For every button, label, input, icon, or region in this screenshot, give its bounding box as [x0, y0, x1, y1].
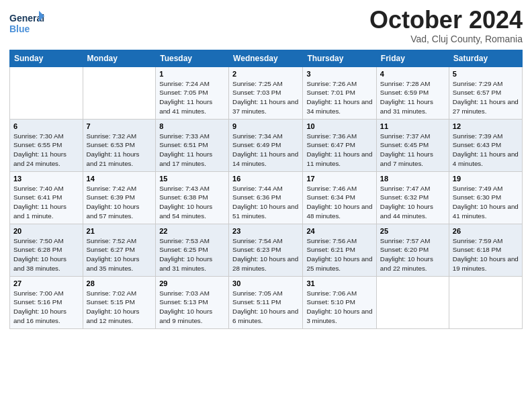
day-detail: Sunrise: 7:46 AMSunset: 6:34 PMDaylight:… — [306, 184, 372, 221]
day-cell: 25Sunrise: 7:57 AMSunset: 6:20 PMDayligh… — [376, 224, 449, 276]
day-cell: 30Sunrise: 7:05 AMSunset: 5:11 PMDayligh… — [229, 276, 303, 328]
day-number: 1 — [159, 70, 225, 78]
header-wednesday: Wednesday — [229, 50, 303, 66]
day-cell: 5Sunrise: 7:29 AMSunset: 6:57 PMDaylight… — [449, 66, 522, 119]
day-cell: 14Sunrise: 7:42 AMSunset: 6:39 PMDayligh… — [83, 171, 156, 224]
day-number: 17 — [306, 175, 372, 183]
day-detail: Sunrise: 7:59 AMSunset: 6:18 PMDaylight:… — [453, 236, 519, 273]
day-cell: 1Sunrise: 7:24 AMSunset: 7:05 PMDaylight… — [156, 66, 229, 119]
day-cell: 27Sunrise: 7:00 AMSunset: 5:16 PMDayligh… — [10, 276, 83, 328]
header-tuesday: Tuesday — [156, 50, 229, 66]
week-row-4: 20Sunrise: 7:50 AMSunset: 6:28 PMDayligh… — [10, 224, 523, 276]
day-detail: Sunrise: 7:26 AMSunset: 7:01 PMDaylight:… — [306, 79, 372, 116]
location-subtitle: Vad, Cluj County, Romania — [369, 34, 523, 44]
week-row-1: 1Sunrise: 7:24 AMSunset: 7:05 PMDaylight… — [10, 66, 523, 119]
day-cell: 18Sunrise: 7:47 AMSunset: 6:32 PMDayligh… — [376, 171, 449, 224]
day-cell: 24Sunrise: 7:56 AMSunset: 6:21 PMDayligh… — [303, 224, 376, 276]
header-sunday: Sunday — [10, 50, 83, 66]
day-number: 22 — [159, 227, 225, 235]
day-cell: 16Sunrise: 7:44 AMSunset: 6:36 PMDayligh… — [229, 171, 303, 224]
day-detail: Sunrise: 7:25 AMSunset: 7:03 PMDaylight:… — [232, 79, 299, 116]
day-cell: 9Sunrise: 7:34 AMSunset: 6:49 PMDaylight… — [229, 119, 303, 171]
day-cell: 2Sunrise: 7:25 AMSunset: 7:03 PMDaylight… — [229, 66, 303, 119]
day-cell: 3Sunrise: 7:26 AMSunset: 7:01 PMDaylight… — [303, 66, 376, 119]
day-cell: 31Sunrise: 7:06 AMSunset: 5:10 PMDayligh… — [303, 276, 376, 328]
day-detail: Sunrise: 7:57 AMSunset: 6:20 PMDaylight:… — [380, 236, 445, 273]
day-detail: Sunrise: 7:39 AMSunset: 6:43 PMDaylight:… — [453, 132, 519, 169]
day-number: 30 — [232, 279, 299, 287]
svg-text:Blue: Blue — [9, 24, 30, 34]
day-detail: Sunrise: 7:36 AMSunset: 6:47 PMDaylight:… — [306, 132, 372, 169]
day-detail: Sunrise: 7:03 AMSunset: 5:13 PMDaylight:… — [159, 289, 225, 326]
day-cell — [10, 66, 83, 119]
day-detail: Sunrise: 7:33 AMSunset: 6:51 PMDaylight:… — [159, 132, 225, 169]
day-cell: 8Sunrise: 7:33 AMSunset: 6:51 PMDaylight… — [156, 119, 229, 171]
day-cell: 7Sunrise: 7:32 AMSunset: 6:53 PMDaylight… — [83, 119, 156, 171]
day-number: 13 — [13, 175, 79, 183]
day-cell: 20Sunrise: 7:50 AMSunset: 6:28 PMDayligh… — [10, 224, 83, 276]
day-detail: Sunrise: 7:29 AMSunset: 6:57 PMDaylight:… — [453, 79, 519, 116]
day-cell — [83, 66, 156, 119]
day-number: 31 — [306, 279, 372, 287]
day-detail: Sunrise: 7:42 AMSunset: 6:39 PMDaylight:… — [87, 184, 152, 221]
day-number: 28 — [87, 279, 152, 287]
day-detail: Sunrise: 7:56 AMSunset: 6:21 PMDaylight:… — [306, 236, 372, 273]
day-detail: Sunrise: 7:05 AMSunset: 5:11 PMDaylight:… — [232, 289, 299, 326]
day-cell: 10Sunrise: 7:36 AMSunset: 6:47 PMDayligh… — [303, 119, 376, 171]
week-row-2: 6Sunrise: 7:30 AMSunset: 6:55 PMDaylight… — [10, 119, 523, 171]
header-monday: Monday — [83, 50, 156, 66]
day-cell: 19Sunrise: 7:49 AMSunset: 6:30 PMDayligh… — [449, 171, 522, 224]
day-number: 26 — [453, 227, 519, 235]
day-cell: 21Sunrise: 7:52 AMSunset: 6:27 PMDayligh… — [83, 224, 156, 276]
logo-icon: General Blue — [9, 9, 44, 39]
page: General Blue October 2024 Vad, Cluj Coun… — [0, 0, 532, 336]
day-cell: 28Sunrise: 7:02 AMSunset: 5:15 PMDayligh… — [83, 276, 156, 328]
logo: General Blue — [9, 9, 44, 39]
day-cell — [449, 276, 522, 328]
day-cell: 6Sunrise: 7:30 AMSunset: 6:55 PMDaylight… — [10, 119, 83, 171]
day-number: 3 — [306, 70, 372, 78]
day-number: 24 — [306, 227, 372, 235]
day-number: 11 — [380, 122, 445, 130]
day-detail: Sunrise: 7:37 AMSunset: 6:45 PMDaylight:… — [380, 132, 445, 169]
day-number: 15 — [159, 175, 225, 183]
day-detail: Sunrise: 7:02 AMSunset: 5:15 PMDaylight:… — [87, 289, 152, 326]
day-number: 18 — [380, 175, 445, 183]
day-cell: 23Sunrise: 7:54 AMSunset: 6:23 PMDayligh… — [229, 224, 303, 276]
day-cell: 29Sunrise: 7:03 AMSunset: 5:13 PMDayligh… — [156, 276, 229, 328]
day-number: 16 — [232, 175, 299, 183]
day-number: 20 — [13, 227, 79, 235]
day-cell: 15Sunrise: 7:43 AMSunset: 6:38 PMDayligh… — [156, 171, 229, 224]
day-cell: 22Sunrise: 7:53 AMSunset: 6:25 PMDayligh… — [156, 224, 229, 276]
day-detail: Sunrise: 7:34 AMSunset: 6:49 PMDaylight:… — [232, 132, 299, 169]
title-area: October 2024 Vad, Cluj County, Romania — [369, 7, 523, 44]
day-number: 14 — [87, 175, 152, 183]
day-number: 23 — [232, 227, 299, 235]
day-detail: Sunrise: 7:24 AMSunset: 7:05 PMDaylight:… — [159, 79, 225, 116]
day-number: 5 — [453, 70, 519, 78]
day-detail: Sunrise: 7:06 AMSunset: 5:10 PMDaylight:… — [306, 289, 372, 326]
day-number: 8 — [159, 122, 225, 130]
header-thursday: Thursday — [303, 50, 376, 66]
header: General Blue October 2024 Vad, Cluj Coun… — [9, 7, 523, 44]
day-detail: Sunrise: 7:30 AMSunset: 6:55 PMDaylight:… — [13, 132, 79, 169]
header-row: Sunday Monday Tuesday Wednesday Thursday… — [10, 50, 523, 66]
day-number: 25 — [380, 227, 445, 235]
day-cell: 17Sunrise: 7:46 AMSunset: 6:34 PMDayligh… — [303, 171, 376, 224]
day-detail: Sunrise: 7:32 AMSunset: 6:53 PMDaylight:… — [87, 132, 152, 169]
day-detail: Sunrise: 7:44 AMSunset: 6:36 PMDaylight:… — [232, 184, 299, 221]
day-number: 27 — [13, 279, 79, 287]
day-number: 12 — [453, 122, 519, 130]
day-number: 10 — [306, 122, 372, 130]
week-row-5: 27Sunrise: 7:00 AMSunset: 5:16 PMDayligh… — [10, 276, 523, 328]
day-detail: Sunrise: 7:00 AMSunset: 5:16 PMDaylight:… — [13, 289, 79, 326]
month-title: October 2024 — [369, 7, 523, 34]
day-cell: 13Sunrise: 7:40 AMSunset: 6:41 PMDayligh… — [10, 171, 83, 224]
day-detail: Sunrise: 7:53 AMSunset: 6:25 PMDaylight:… — [159, 236, 225, 273]
day-detail: Sunrise: 7:52 AMSunset: 6:27 PMDaylight:… — [87, 236, 152, 273]
day-cell — [376, 276, 449, 328]
day-detail: Sunrise: 7:50 AMSunset: 6:28 PMDaylight:… — [13, 236, 79, 273]
day-number: 29 — [159, 279, 225, 287]
header-saturday: Saturday — [449, 50, 522, 66]
day-cell: 11Sunrise: 7:37 AMSunset: 6:45 PMDayligh… — [376, 119, 449, 171]
